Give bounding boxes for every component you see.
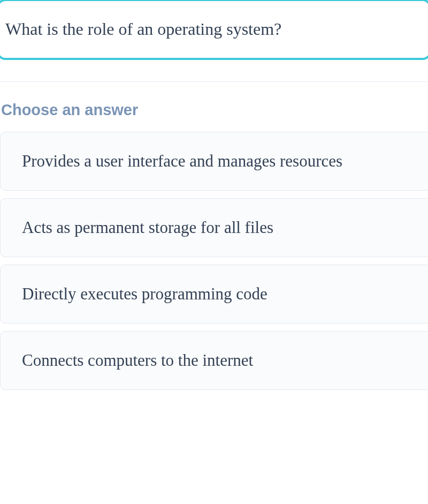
answer-option-0[interactable]: Provides a user interface and manages re… <box>0 132 428 191</box>
question-box: What is the role of an operating system? <box>0 0 428 60</box>
answer-list: Provides a user interface and manages re… <box>0 132 428 390</box>
answer-option-3[interactable]: Connects computers to the internet <box>0 331 428 390</box>
divider <box>0 81 428 82</box>
answer-option-1[interactable]: Acts as permanent storage for all files <box>0 198 428 257</box>
question-text: What is the role of an operating system? <box>5 18 423 41</box>
answer-option-2[interactable]: Directly executes programming code <box>0 265 428 324</box>
choose-answer-heading: Choose an answer <box>0 101 428 119</box>
